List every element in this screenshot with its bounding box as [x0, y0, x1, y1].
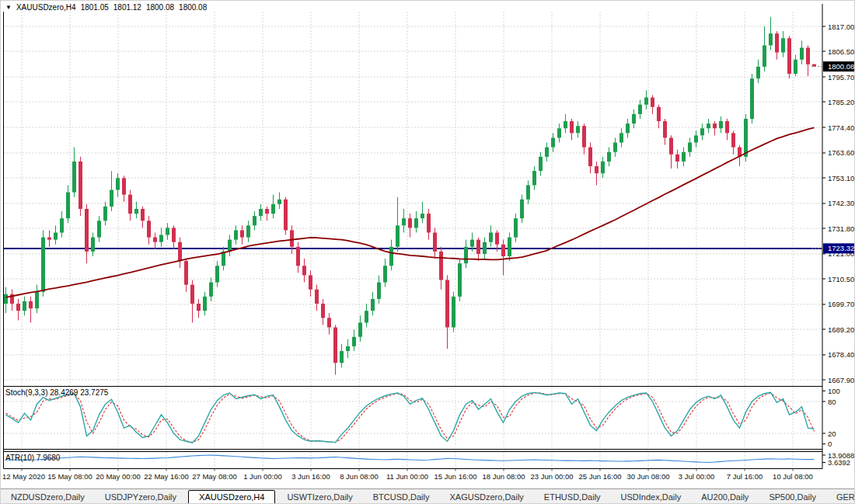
- svg-text:3 Jun 16:00: 3 Jun 16:00: [291, 472, 330, 481]
- svg-text:1800.08: 1800.08: [828, 62, 854, 71]
- chart-area[interactable]: 1817.001806.501795.701785.201774.401763.…: [1, 1, 855, 488]
- svg-text:8 Jun 08:00: 8 Jun 08:00: [340, 472, 379, 481]
- stoch-signal-line: [6, 393, 815, 443]
- svg-text:1710.50: 1710.50: [828, 275, 854, 283]
- svg-text:25 Jun 16:00: 25 Jun 16:00: [579, 472, 622, 481]
- svg-text:10 Jul 08:00: 10 Jul 08:00: [773, 472, 813, 481]
- chart-tab-sp500-daily[interactable]: SP500,Daily: [759, 490, 826, 504]
- chart-tab-uswtizero-daily[interactable]: USWTIzero,Daily: [277, 490, 362, 504]
- svg-text:3.6392: 3.6392: [828, 458, 850, 467]
- svg-text:12 May 2020: 12 May 2020: [2, 472, 45, 481]
- svg-text:1742.30: 1742.30: [828, 199, 854, 207]
- chart-tab-bar: NZDUSDzero,DailyUSDJPYzero,DailyXAUUSDze…: [1, 488, 855, 504]
- moving-average-line: [6, 127, 815, 297]
- svg-text:1753.10: 1753.10: [828, 174, 854, 182]
- svg-text:1763.60: 1763.60: [828, 148, 854, 157]
- svg-text:1795.70: 1795.70: [828, 73, 854, 82]
- svg-text:23 Jun 00:00: 23 Jun 00:00: [531, 472, 574, 481]
- chart-tab-usdjpyzero-daily[interactable]: USDJPYzero,Daily: [95, 490, 187, 504]
- svg-text:1774.40: 1774.40: [828, 123, 854, 132]
- svg-text:15 Jun 16:00: 15 Jun 16:00: [434, 472, 477, 481]
- chart-tab-ethusd-daily[interactable]: ETHUSD,Daily: [534, 490, 611, 504]
- svg-text:1731.80: 1731.80: [828, 224, 854, 233]
- svg-text:1678.40: 1678.40: [828, 350, 854, 359]
- svg-text:80: 80: [828, 398, 836, 406]
- price-chart-svg[interactable]: 1817.001806.501795.701785.201774.401763.…: [1, 1, 855, 488]
- chart-tab-au200-daily[interactable]: AU200,Daily: [691, 490, 759, 504]
- time-axis-labels: 12 May 202015 May 08:0020 May 00:0022 Ma…: [2, 469, 813, 481]
- svg-text:18 Jun 08:00: 18 Jun 08:00: [483, 472, 525, 481]
- svg-text:1689.20: 1689.20: [828, 325, 854, 334]
- svg-text:20 May 00:00: 20 May 00:00: [96, 472, 141, 481]
- svg-text:3 Jul 00:00: 3 Jul 00:00: [679, 472, 714, 481]
- svg-text:1806.50: 1806.50: [828, 47, 854, 56]
- svg-text:7 Jul 16:00: 7 Jul 16:00: [727, 472, 763, 481]
- svg-text:1667.90: 1667.90: [828, 376, 854, 384]
- svg-text:20: 20: [828, 429, 836, 438]
- chart-tab-xagusdzero-daily[interactable]: XAGUSDzero,Daily: [440, 490, 534, 504]
- chart-tab-usdindex-daily[interactable]: USDIndex,Daily: [611, 490, 692, 504]
- svg-text:1 Jun 00:00: 1 Jun 00:00: [243, 472, 282, 481]
- chart-tab-nzdusdzero-daily[interactable]: NZDUSDzero,Daily: [1, 490, 95, 504]
- svg-text:11 Jun 00:00: 11 Jun 00:00: [386, 472, 428, 481]
- chart-tab-btcusd-daily[interactable]: BTCUSD,Daily: [363, 490, 440, 504]
- chart-tab-ger[interactable]: GER: [826, 490, 855, 504]
- svg-text:22 May 16:00: 22 May 16:00: [144, 472, 189, 481]
- terminal-window: 1817.001806.501795.701785.201774.401763.…: [0, 0, 855, 504]
- svg-text:15 May 08:00: 15 May 08:00: [47, 472, 92, 481]
- svg-text:100: 100: [828, 387, 840, 395]
- chart-tab-xauusdzero-h4[interactable]: XAUUSDzero,H4: [188, 490, 275, 504]
- svg-text:1723.32: 1723.32: [828, 244, 854, 252]
- svg-text:0: 0: [828, 440, 832, 448]
- svg-text:1699.70: 1699.70: [828, 300, 854, 308]
- svg-text:1817.00: 1817.00: [828, 23, 854, 31]
- svg-text:30 Jun 08:00: 30 Jun 08:00: [627, 472, 670, 481]
- svg-text:27 May 08:00: 27 May 08:00: [192, 472, 237, 481]
- svg-text:1785.20: 1785.20: [828, 98, 854, 106]
- atr-line: [6, 455, 815, 462]
- candlesticks: [4, 17, 816, 375]
